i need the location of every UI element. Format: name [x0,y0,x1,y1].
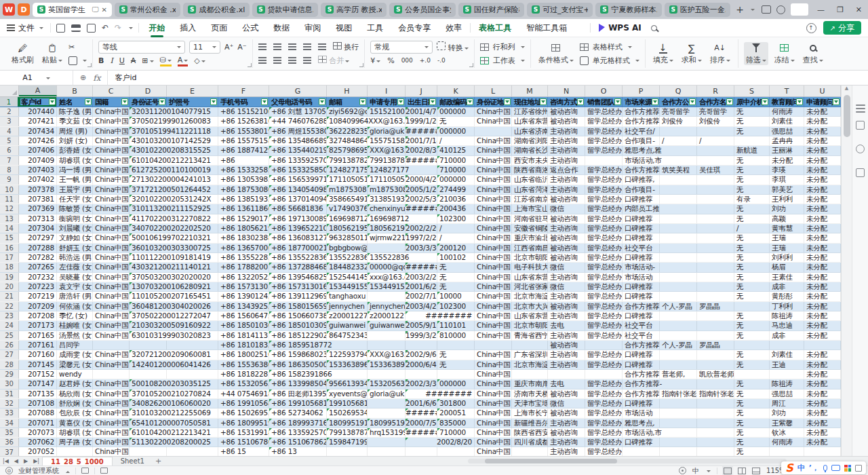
layout-mode-icon[interactable] [762,5,771,14]
cell[interactable]: 主动咨询 [548,224,585,233]
cell[interactable]: 季忆 (女) [57,311,93,320]
align-middle-icon[interactable] [273,43,281,45]
increase-font-icon[interactable]: A⁺ [224,43,233,52]
cell[interactable]: 留学总经办 [585,244,623,252]
wps-ai-button[interactable]: WPS AI [599,23,642,33]
cell[interactable]: 江苏省徐州 [512,107,548,116]
cell[interactable]: +86 18141137 [218,331,269,340]
row-number[interactable]: 4 [0,127,19,136]
cell[interactable]: 102300 [437,302,475,311]
filter-header-cell[interactable]: 咨询方式 [548,97,585,107]
cell[interactable]: 207297 [19,233,57,242]
cell[interactable] [660,311,697,320]
row-number[interactable]: 2 [0,107,19,116]
column-header-O[interactable]: O [585,86,623,96]
column-header-T[interactable]: T [770,86,804,96]
cell[interactable]: 000000 [437,127,475,136]
cell[interactable]: 207378 [19,185,57,194]
cell[interactable]: China中国 [93,224,130,233]
cell[interactable]: 358665491 [327,195,368,204]
cell[interactable]: 被动咨询 [548,195,585,204]
cell[interactable]: 207304 [19,224,57,233]
align-left-icon[interactable] [258,57,267,58]
cell[interactable]: 被动咨询 [548,428,585,437]
cell[interactable]: 180562196 [368,224,406,233]
cell[interactable] [697,321,734,330]
cell[interactable] [804,341,841,349]
cell[interactable]: gloria@uk [368,127,406,136]
cell[interactable]: China中国 [93,447,130,456]
cell[interactable] [660,127,697,136]
menu-item-开始[interactable]: 开始 [149,20,165,37]
cell[interactable]: 包欣辰 (女 [57,408,93,417]
cell[interactable]: 口碑推荐 [623,253,660,262]
cell[interactable]: 留学总经办 [585,273,623,282]
filter-header-cell[interactable]: 现住地址 [512,97,548,107]
column-header-S[interactable]: S [734,86,770,96]
column-header-C[interactable]: C [93,86,130,96]
formula-input[interactable]: 客户id [108,73,136,83]
row-number[interactable]: 34 [0,419,19,428]
cell[interactable]: 任天宇 (女 [57,195,93,204]
cell[interactable]: 未分配 [804,390,841,398]
cell[interactable]: 2002/5/31 [406,195,437,204]
cell[interactable]: +44 7460762888 [269,117,327,126]
cell[interactable]: 王瑞 [770,244,804,252]
expand-group-icon[interactable] [469,63,473,67]
cell[interactable]: 2001/6/6 [406,399,437,408]
cell[interactable]: 强思喆 [770,390,804,398]
cell[interactable]: 口碑推荐 [623,438,660,446]
cell[interactable]: China中国 [475,185,512,194]
row-number[interactable]: 7 [0,156,19,165]
cell[interactable]: 无 [734,321,770,330]
cell[interactable]: 合作方推荐 [623,117,660,126]
filter-header-cell[interactable]: 国籍 [93,97,130,107]
comment-icon[interactable] [856,145,865,153]
insert-function-icon[interactable]: fx [93,73,100,83]
filter-dropdown-icon[interactable] [614,98,621,105]
row-number[interactable]: 6 [0,146,19,155]
scroll-up-icon[interactable]: ▲ [845,86,848,91]
filter-dropdown-icon[interactable] [762,98,768,105]
cell[interactable]: 胡睿琪 (女 [57,156,93,165]
cell[interactable]: 合作方推荐 [623,302,660,311]
cell[interactable]: 留学总经办 [585,408,623,417]
cell[interactable] [368,370,406,379]
filter-dropdown-icon[interactable] [210,98,217,105]
preview-icon[interactable] [87,24,96,33]
row-number[interactable]: 17 [0,253,19,262]
cell[interactable]: 主动咨询 [548,175,585,184]
cell[interactable]: +86 15575158 [218,136,269,145]
cell[interactable]: 何依涵 (女 [57,302,93,311]
cell[interactable]: 周江 [770,399,804,408]
column-header-P[interactable]: P [623,86,660,96]
cell[interactable]: +86 18056219 [218,224,269,233]
cell[interactable]: 口碑推荐 [623,233,660,242]
cell[interactable]: 169698712 [368,214,437,223]
document-tab[interactable]: S成都公积金.xlsx [183,3,249,17]
cell[interactable]: +86 15319918 [218,428,269,437]
save-icon[interactable] [56,24,65,33]
cell[interactable]: 去电 [548,379,585,388]
cell[interactable]: China中国 [93,117,130,126]
column-header-B[interactable]: B [57,86,93,96]
cell[interactable]: 207223 [19,282,57,291]
cell[interactable]: 北京市朝阳 [512,253,548,262]
cell[interactable]: wendy [57,370,93,379]
align-right-icon[interactable] [288,57,296,58]
cell[interactable]: 王一帆 (男 [57,175,93,184]
bold-button[interactable]: B [98,56,104,65]
cell[interactable]: China中国 [93,195,130,204]
cell[interactable]: 北京市海淀 [512,292,548,301]
cell[interactable] [697,195,734,204]
cell[interactable] [368,292,406,301]
cell[interactable]: 410125 [437,146,475,155]
cell[interactable]: China中国 [93,244,130,252]
cell[interactable]: +86 15263810 [218,117,269,126]
cell[interactable]: 207282 [19,253,57,262]
cell[interactable]: 留学总经办 [585,428,623,437]
cell[interactable]: 500106199702210321 [130,233,218,242]
cell[interactable]: 留学总经办 [585,127,623,136]
cell[interactable]: 10000 [437,292,475,301]
cell[interactable]: 留学总经办 [585,107,623,116]
